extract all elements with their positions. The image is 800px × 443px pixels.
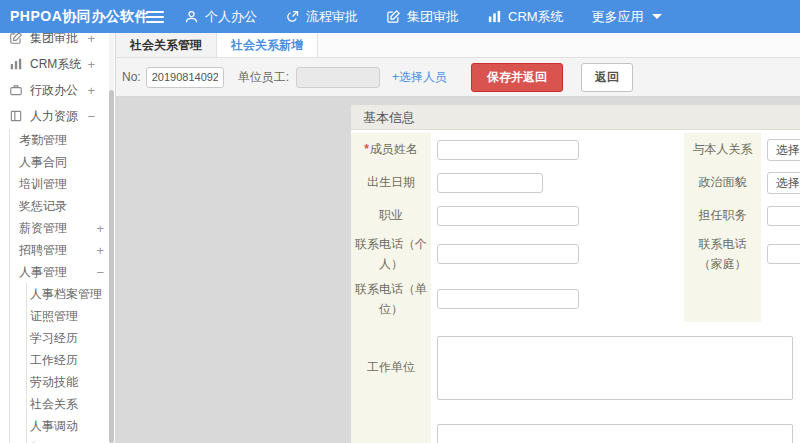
sidebar-item-hr[interactable]: 人力资源 − — [0, 103, 115, 129]
phone-home-input[interactable] — [767, 244, 800, 264]
bar-chart-icon — [487, 9, 502, 24]
form-toolbar: No: 单位员工: +选择人员 保存并返回 返回 — [116, 58, 800, 97]
sidebar-item-label: 人力资源 — [30, 108, 87, 125]
edit-square-icon — [9, 33, 23, 45]
nav-process-approval[interactable]: 流程审批 — [279, 8, 364, 26]
nav-label: CRM系统 — [508, 8, 564, 26]
top-navbar: PHPOA协同办公软件 个人办公 流程审批 集团审批 CRM系统 更多应用 — [0, 0, 800, 33]
phone-personal-input[interactable] — [437, 244, 579, 264]
sidebar-scrollbar-thumb[interactable] — [109, 90, 114, 443]
sidebar-item-education[interactable]: 学习经历 — [27, 327, 115, 349]
expand-icon[interactable]: + — [96, 221, 104, 236]
book-icon — [9, 109, 23, 123]
sidebar-item-personnel[interactable]: 人事管理 − — [10, 261, 115, 283]
required-mark: * — [364, 142, 369, 156]
sidebar-item-training[interactable]: 培训管理 — [10, 173, 115, 195]
tab-social-relations-new[interactable]: 社会关系新增 — [217, 33, 318, 57]
expand-icon[interactable]: + — [96, 243, 104, 258]
sidebar-item-group-approval[interactable]: 集团审批 + — [0, 33, 115, 51]
sidebar-item-recruitment[interactable]: 招聘管理 + — [10, 239, 115, 261]
edit-square-icon — [386, 9, 401, 24]
occupation-input[interactable] — [437, 206, 579, 226]
menu-toggle-icon[interactable] — [146, 8, 164, 26]
occupation-label: 职业 — [351, 199, 431, 232]
next-field-textarea[interactable] — [437, 424, 793, 443]
user-icon — [184, 9, 199, 24]
sidebar-item-hr-contract[interactable]: 人事合同 — [10, 151, 115, 173]
phone-work-label: 联系电话（单位） — [351, 276, 431, 322]
nav-label: 更多应用 — [592, 8, 644, 26]
collapse-icon[interactable]: − — [87, 109, 95, 124]
employee-input[interactable] — [296, 67, 380, 88]
nav-label: 流程审批 — [306, 8, 358, 26]
sidebar-item-attendance[interactable]: 考勤管理 — [10, 129, 115, 151]
phone-home-label: 联系电话（家庭） — [684, 232, 761, 276]
position-input[interactable] — [767, 206, 800, 226]
nav-label: 个人办公 — [205, 8, 257, 26]
save-and-return-button[interactable]: 保存并返回 — [471, 63, 563, 92]
nav-more-apps[interactable]: 更多应用 — [586, 8, 668, 26]
app-logo: PHPOA协同办公软件 — [0, 8, 138, 26]
flow-icon — [285, 9, 300, 24]
sidebar-item-social-relations[interactable]: 社会关系 — [27, 393, 115, 415]
member-name-input[interactable] — [437, 140, 579, 160]
political-label: 政治面貌 — [684, 166, 761, 199]
nav-group-approval[interactable]: 集团审批 — [380, 8, 465, 26]
expand-icon[interactable]: + — [87, 57, 95, 72]
caret-down-icon — [652, 14, 662, 19]
sidebar-item-rewards[interactable]: 奖惩记录 — [10, 195, 115, 217]
birth-date-label: 出生日期 — [351, 166, 431, 199]
phone-work-input[interactable] — [437, 289, 579, 309]
content-area: 基本信息 *成员姓名 与本人关系 选择内容 出生日期 政治面貌 选择内容 — [116, 97, 800, 443]
briefcase-icon — [9, 83, 23, 97]
expand-icon[interactable]: + — [87, 33, 95, 46]
personnel-submenu: 人事档案管理 证照管理 学习经历 工作经历 劳动技能 社会关系 人事调动 复职管… — [26, 283, 115, 443]
work-unit-textarea[interactable] — [437, 336, 793, 400]
hr-submenu: 考勤管理 人事合同 培训管理 奖惩记录 薪资管理 + — [9, 129, 115, 443]
political-select[interactable]: 选择内容 — [767, 172, 800, 194]
select-person-link[interactable]: +选择人员 — [392, 69, 447, 86]
sidebar-item-crm[interactable]: CRM系统 + — [0, 51, 115, 77]
birth-date-input[interactable] — [437, 173, 543, 193]
sidebar-item-salary[interactable]: 薪资管理 + — [10, 217, 115, 239]
relation-select[interactable]: 选择内容 — [767, 139, 800, 161]
sidebar-item-label: 集团审批 — [30, 33, 87, 47]
employee-label: 单位员工: — [238, 69, 289, 86]
sidebar-item-personnel-files[interactable]: 人事档案管理 — [27, 283, 115, 305]
sidebar-item-label: 行政办公 — [30, 82, 87, 99]
sidebar-item-skills[interactable]: 劳动技能 — [27, 371, 115, 393]
position-label: 担任职务 — [684, 199, 761, 232]
section-title: 基本信息 — [351, 105, 800, 130]
nav-crm-system[interactable]: CRM系统 — [481, 8, 570, 26]
return-button[interactable]: 返回 — [581, 63, 633, 92]
bar-chart-icon — [9, 57, 23, 71]
sidebar: 集团审批 + CRM系统 + 行政办公 + 人力资源 − 考勤管理 — [0, 33, 116, 443]
expand-icon[interactable]: + — [87, 83, 95, 98]
no-input[interactable] — [146, 67, 224, 88]
member-name-label: *成员姓名 — [351, 133, 431, 166]
work-unit-label: 工作单位 — [351, 322, 431, 412]
collapse-icon[interactable]: − — [96, 265, 104, 280]
sidebar-item-work-experience[interactable]: 工作经历 — [27, 349, 115, 371]
relation-label: 与本人关系 — [684, 133, 761, 166]
empty-label-cell — [684, 276, 761, 322]
basic-info-form: 基本信息 *成员姓名 与本人关系 选择内容 出生日期 政治面貌 选择内容 — [351, 105, 800, 443]
empty-label-cell — [351, 412, 431, 443]
sidebar-item-label: CRM系统 — [30, 56, 87, 73]
sidebar-item-admin-office[interactable]: 行政办公 + — [0, 77, 115, 103]
nav-label: 集团审批 — [407, 8, 459, 26]
tab-bar: 社会关系管理 社会关系新增 — [116, 33, 800, 58]
tab-social-relations-manage[interactable]: 社会关系管理 — [116, 33, 217, 57]
sidebar-item-certificates[interactable]: 证照管理 — [27, 305, 115, 327]
no-label: No: — [122, 70, 141, 84]
sidebar-item-personnel-transfer[interactable]: 人事调动 — [27, 415, 115, 437]
phone-personal-label: 联系电话（个人） — [351, 232, 431, 276]
nav-personal-office[interactable]: 个人办公 — [178, 8, 263, 26]
sidebar-item-reinstatement[interactable]: 复职管理 — [27, 437, 115, 443]
